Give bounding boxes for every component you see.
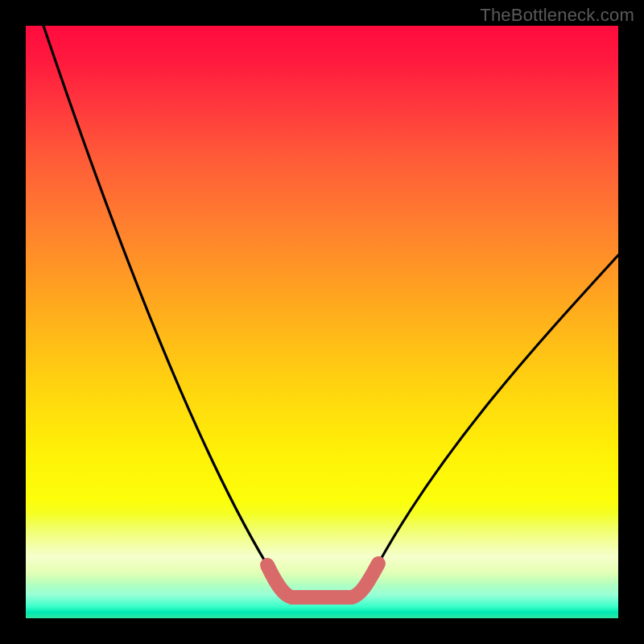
chart-frame: TheBottleneck.com bbox=[0, 0, 644, 644]
watermark-text: TheBottleneck.com bbox=[480, 5, 634, 26]
plot-area bbox=[26, 26, 618, 618]
bottleneck-curve bbox=[43, 26, 618, 597]
optimal-flat-zone bbox=[267, 564, 378, 597]
curve-layer bbox=[26, 26, 618, 618]
